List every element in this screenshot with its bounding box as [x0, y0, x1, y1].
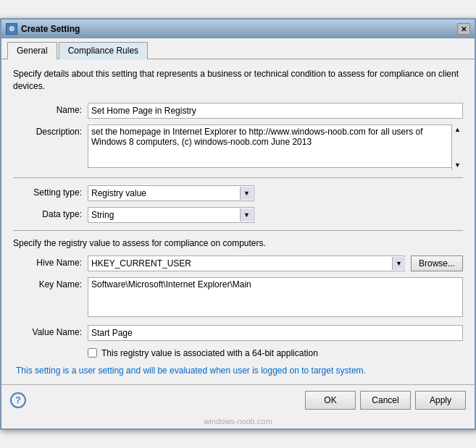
- cancel-button[interactable]: Cancel: [360, 391, 411, 410]
- setting-type-select-wrapper: Registry value Script WQL query XPath qu…: [88, 185, 254, 201]
- description-scrollbar: ▲ ▼: [451, 124, 463, 170]
- hive-select-wrapper: HKEY_CURRENT_USER HKEY_LOCAL_MACHINE HKE…: [88, 255, 405, 271]
- create-setting-dialog: ⚙ Create Setting ✕ General Compliance Ru…: [0, 18, 476, 430]
- key-name-label: Key Name:: [13, 277, 82, 289]
- registry-section-text: Specify the registry value to assess for…: [13, 238, 463, 248]
- description-wrapper: ▲ ▼ // Set description textarea value do…: [88, 124, 463, 170]
- name-row: Name:: [13, 103, 463, 119]
- title-bar: ⚙ Create Setting ✕: [1, 20, 475, 38]
- divider-1: [13, 177, 463, 178]
- tab-compliance-rules[interactable]: Compliance Rules: [59, 42, 148, 59]
- data-type-select[interactable]: String Integer Floating point Date and T…: [88, 207, 254, 223]
- data-type-select-wrapper: String Integer Floating point Date and T…: [88, 207, 254, 223]
- dialog-title: Create Setting: [21, 24, 80, 34]
- divider-2: [13, 230, 463, 231]
- ok-button[interactable]: OK: [305, 391, 356, 410]
- intro-text: Specify details about this setting that …: [13, 68, 463, 93]
- description-input[interactable]: [88, 124, 463, 168]
- value-name-label: Value Name:: [13, 325, 82, 337]
- watermark: windows-noob.com: [1, 415, 475, 428]
- apply-button[interactable]: Apply: [415, 391, 466, 410]
- hive-select[interactable]: HKEY_CURRENT_USER HKEY_LOCAL_MACHINE HKE…: [88, 255, 405, 271]
- value-name-row: Value Name:: [13, 325, 463, 341]
- info-text: This setting is a user setting and will …: [13, 365, 463, 376]
- bottom-bar: ? OK Cancel Apply: [1, 384, 475, 415]
- dialog-content: Specify details about this setting that …: [1, 59, 475, 384]
- setting-type-select[interactable]: Registry value Script WQL query XPath qu…: [88, 185, 254, 201]
- name-input[interactable]: [88, 103, 463, 119]
- checkbox-row: This registry value is associated with a…: [13, 348, 463, 358]
- keyname-wrapper: Software\Microsoft\Internet Explorer\Mai…: [88, 277, 463, 319]
- help-button[interactable]: ?: [10, 392, 26, 408]
- tab-bar: General Compliance Rules: [1, 38, 475, 59]
- data-type-label: Data type:: [13, 207, 82, 219]
- data-type-control: String Integer Floating point Date and T…: [88, 207, 463, 223]
- hive-row: HKEY_CURRENT_USER HKEY_LOCAL_MACHINE HKE…: [88, 255, 463, 271]
- close-button[interactable]: ✕: [457, 23, 470, 35]
- name-control: [88, 103, 463, 119]
- dialog-icon: ⚙: [6, 23, 17, 35]
- value-name-control: [88, 325, 463, 341]
- description-label: Description:: [13, 124, 82, 137]
- key-name-row: Key Name: Software\Microsoft\Internet Ex…: [13, 277, 463, 319]
- form-section-types: Setting type: Registry value Script WQL …: [13, 185, 463, 223]
- description-row: Description: ▲ ▼ // Set description text…: [13, 124, 463, 170]
- value-name-input[interactable]: [88, 325, 463, 341]
- form-section-registry: Hive Name: HKEY_CURRENT_USER HKEY_LOCAL_…: [13, 255, 463, 341]
- setting-type-row: Setting type: Registry value Script WQL …: [13, 185, 463, 201]
- button-group: OK Cancel Apply: [305, 391, 466, 410]
- tab-general[interactable]: General: [7, 42, 57, 59]
- data-type-row: Data type: String Integer Floating point…: [13, 207, 463, 223]
- setting-type-control: Registry value Script WQL query XPath qu…: [88, 185, 463, 201]
- 64bit-checkbox[interactable]: [88, 348, 97, 358]
- browse-button[interactable]: Browse...: [411, 255, 463, 271]
- name-label: Name:: [13, 103, 82, 115]
- form-section-basic: Name: Description: ▲ ▼ // Set descriptio…: [13, 103, 463, 170]
- title-bar-left: ⚙ Create Setting: [6, 23, 80, 35]
- key-name-input[interactable]: Software\Microsoft\Internet Explorer\Mai…: [88, 277, 463, 317]
- hive-name-label: Hive Name:: [13, 255, 82, 268]
- checkbox-label[interactable]: This registry value is associated with a…: [101, 348, 318, 358]
- setting-type-label: Setting type:: [13, 185, 82, 198]
- hive-name-row: Hive Name: HKEY_CURRENT_USER HKEY_LOCAL_…: [13, 255, 463, 271]
